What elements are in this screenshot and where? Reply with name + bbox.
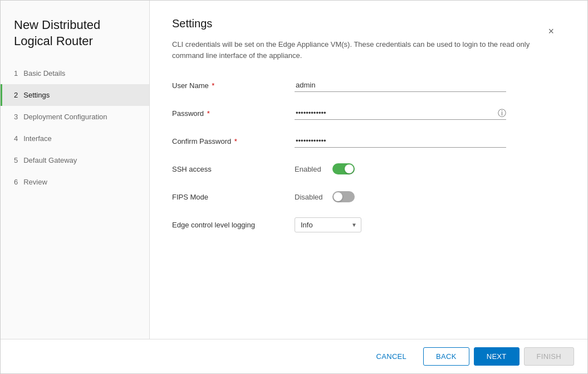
confirm-password-input[interactable] xyxy=(295,134,506,148)
sidebar: New Distributed Logical Router 1 Basic D… xyxy=(1,1,150,339)
step-6-number: 6 xyxy=(14,178,18,186)
step-2-settings[interactable]: 2 Settings xyxy=(1,84,149,106)
confirm-password-row: Confirm Password * xyxy=(172,132,565,150)
close-button[interactable]: × xyxy=(548,26,554,36)
step-1-basic-details[interactable]: 1 Basic Details xyxy=(1,62,149,84)
fips-mode-toggle[interactable] xyxy=(332,191,355,202)
step-3-deployment[interactable]: 3 Deployment Configuration xyxy=(1,106,149,128)
next-button[interactable]: NEXT xyxy=(474,347,520,366)
username-label: User Name * xyxy=(172,81,295,90)
username-input[interactable] xyxy=(295,79,506,92)
step-2-number: 2 xyxy=(14,91,18,99)
ssh-access-slider xyxy=(332,163,355,174)
logging-row: Edge control level logging Emergency Ale… xyxy=(172,216,565,234)
fips-mode-label: FIPS Mode xyxy=(172,193,295,201)
step-4-interface[interactable]: 4 Interface xyxy=(1,128,149,149)
info-icon[interactable]: ⓘ xyxy=(498,108,506,119)
fips-mode-slider xyxy=(332,191,355,202)
confirm-password-field-wrapper xyxy=(295,134,506,148)
logging-select-wrapper: Emergency Alert Critical Error Warning N… xyxy=(295,217,361,232)
step-6-review[interactable]: 6 Review xyxy=(1,171,149,193)
dialog-title: New Distributed Logical Router xyxy=(1,12,149,62)
step-1-number: 1 xyxy=(14,69,18,77)
fips-mode-toggle-label: Disabled xyxy=(295,193,328,201)
fips-mode-row: FIPS Mode Disabled xyxy=(172,188,565,206)
finish-button[interactable]: FINISH xyxy=(524,347,574,366)
step-5-gateway[interactable]: 5 Default Gateway xyxy=(1,149,149,171)
logging-select[interactable]: Emergency Alert Critical Error Warning N… xyxy=(295,217,361,232)
ssh-access-row: SSH access Enabled xyxy=(172,160,565,178)
step-4-label: Interface xyxy=(23,134,52,143)
step-2-label: Settings xyxy=(23,91,50,99)
username-field-wrapper xyxy=(295,79,506,92)
cancel-button[interactable]: CANCEL xyxy=(364,348,419,365)
main-dialog: New Distributed Logical Router 1 Basic D… xyxy=(0,0,588,374)
step-3-label: Deployment Configuration xyxy=(23,113,107,121)
section-description: CLI credentials will be set on the Edge … xyxy=(172,39,551,61)
step-3-number: 3 xyxy=(14,113,18,121)
step-5-label: Default Gateway xyxy=(23,156,77,164)
logging-label: Edge control level logging xyxy=(172,221,295,229)
ssh-access-toggle-label: Enabled xyxy=(295,165,328,173)
step-1-label: Basic Details xyxy=(23,69,65,77)
password-input[interactable] xyxy=(295,106,506,120)
step-5-number: 5 xyxy=(14,156,18,164)
ssh-access-label: SSH access xyxy=(172,165,295,173)
password-label: Password * xyxy=(172,109,295,118)
dialog-footer: CANCEL BACK NEXT FINISH xyxy=(1,339,587,373)
back-button[interactable]: BACK xyxy=(423,347,469,366)
ssh-access-toggle-container: Enabled xyxy=(295,163,355,174)
fips-mode-toggle-container: Disabled xyxy=(295,191,355,202)
password-row: Password * ⓘ xyxy=(172,104,565,122)
username-row: User Name * xyxy=(172,76,565,94)
confirm-password-label: Confirm Password * xyxy=(172,137,295,145)
section-title: Settings xyxy=(172,17,212,30)
steps-list: 1 Basic Details 2 Settings 3 Deployment … xyxy=(1,62,149,193)
main-panel: Settings × CLI credentials will be set o… xyxy=(150,1,587,339)
step-6-label: Review xyxy=(23,178,47,186)
step-4-number: 4 xyxy=(14,134,18,143)
ssh-access-toggle[interactable] xyxy=(332,163,355,174)
password-field-wrapper: ⓘ xyxy=(295,106,506,120)
